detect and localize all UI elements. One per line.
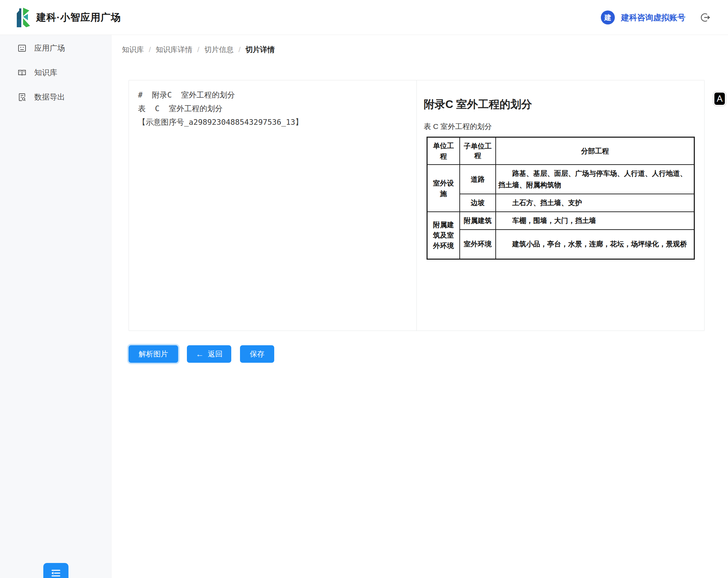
table-row: 室外设施 道路 路基、基层、面层、广场与停车场、人行道、人行地道、挡土墙、附属构…: [427, 165, 694, 194]
table-cell-parts: 建筑小品，亭台，水景，连廊，花坛，场坪绿化，景观桥: [496, 230, 694, 259]
app-logo-icon: [15, 6, 33, 29]
sidebar-item-label: 知识库: [34, 67, 57, 78]
table-cell-sub: 道路: [460, 165, 496, 194]
table-cell-sub: 室外环境: [460, 230, 496, 259]
sidebar: 应用广场 知识库 数据导出: [0, 35, 111, 578]
breadcrumb: 知识库 / 知识库详情 / 切片信息 / 切片详情: [122, 42, 275, 57]
table-header-cell: 分部工程: [496, 137, 694, 165]
back-button[interactable]: ← 返回: [187, 345, 231, 363]
breadcrumb-item-knowledge-base[interactable]: 知识库: [122, 45, 144, 55]
app-title: 建科·小智应用广场: [36, 0, 121, 35]
account-name[interactable]: 建科咨询虚拟账号: [621, 12, 685, 23]
scanned-table-image: 单位工程 子单位工程 分部工程 室外设施 道路 路基、基层、面层、广场与停车场、…: [427, 137, 695, 260]
back-arrow-icon: ←: [196, 350, 204, 358]
back-button-label: 返回: [208, 349, 223, 359]
book-icon: [17, 68, 27, 77]
table-header-cell: 子单位工程: [460, 137, 496, 165]
sidebar-item-knowledge-base[interactable]: 知识库: [0, 62, 111, 84]
breadcrumb-item-slice-detail: 切片详情: [246, 45, 275, 55]
table-row: 室外环境 建筑小品，亭台，水景，连廊，花坛，场坪绿化，景观桥: [427, 230, 694, 259]
table-row: 边坡 土石方、挡土墙、支护: [427, 194, 694, 212]
parse-image-button[interactable]: 解析图片: [129, 345, 178, 363]
table-header-cell: 单位工程: [427, 137, 460, 165]
table-cell-parts: 车棚，围墙，大门，挡土墙: [496, 212, 694, 230]
menu-fold-icon: [50, 568, 62, 578]
editor-line: 【示意图序号_a2989230488543297536_13】: [138, 115, 407, 129]
app-grid-icon: [17, 44, 27, 53]
table-row: 附属建筑及室外环境 附属建筑 车棚，围墙，大门，挡土墙: [427, 212, 694, 230]
save-button[interactable]: 保存: [240, 345, 274, 363]
app-header: 建科·小智应用广场 建 建科咨询虚拟账号: [0, 0, 728, 35]
logout-icon[interactable]: [699, 12, 711, 23]
file-search-icon: [17, 93, 27, 102]
breadcrumb-item-kb-detail[interactable]: 知识库详情: [156, 45, 192, 55]
table-cell-unit: 附属建筑及室外环境: [427, 212, 460, 259]
breadcrumb-separator: /: [239, 45, 241, 54]
table-cell-sub: 边坡: [460, 194, 496, 212]
table-cell-parts: 路基、基层、面层、广场与停车场、人行道、人行地道、挡土墙、附属构筑物: [496, 165, 694, 194]
breadcrumb-separator: /: [149, 45, 151, 54]
breadcrumb-item-slice-info[interactable]: 切片信息: [204, 45, 234, 55]
preview-heading: 附录C 室外工程的划分: [424, 97, 695, 112]
editor-line: # 附录C 室外工程的划分: [138, 88, 407, 102]
markdown-preview: 附录C 室外工程的划分 表 C 室外工程的划分 单位工程 子单位工程 分部工程 …: [417, 80, 704, 331]
markdown-editor[interactable]: # 附录C 室外工程的划分 表 C 室外工程的划分 【示意图序号_a298923…: [129, 80, 417, 331]
action-bar: 解析图片 ← 返回 保存: [129, 345, 274, 363]
table-cell-sub: 附属建筑: [460, 212, 496, 230]
sidebar-item-label: 数据导出: [34, 92, 65, 102]
sidebar-item-label: 应用广场: [34, 43, 65, 53]
sidebar-item-app-plaza[interactable]: 应用广场: [0, 37, 111, 59]
table-cell-unit: 室外设施: [427, 165, 460, 212]
preview-table-caption: 表 C 室外工程的划分: [424, 122, 695, 131]
sidebar-item-data-export[interactable]: 数据导出: [0, 86, 111, 108]
editor-line: 表 C 室外工程的划分: [138, 102, 407, 115]
breadcrumb-separator: /: [197, 45, 199, 54]
user-avatar[interactable]: 建: [601, 10, 615, 24]
floating-a-key-button[interactable]: A: [713, 92, 726, 106]
table-cell-parts: 土石方、挡土墙、支护: [496, 194, 694, 212]
slice-detail-panel: # 附录C 室外工程的划分 表 C 室外工程的划分 【示意图序号_a298923…: [129, 80, 705, 331]
sidebar-collapse-button[interactable]: [43, 563, 68, 578]
